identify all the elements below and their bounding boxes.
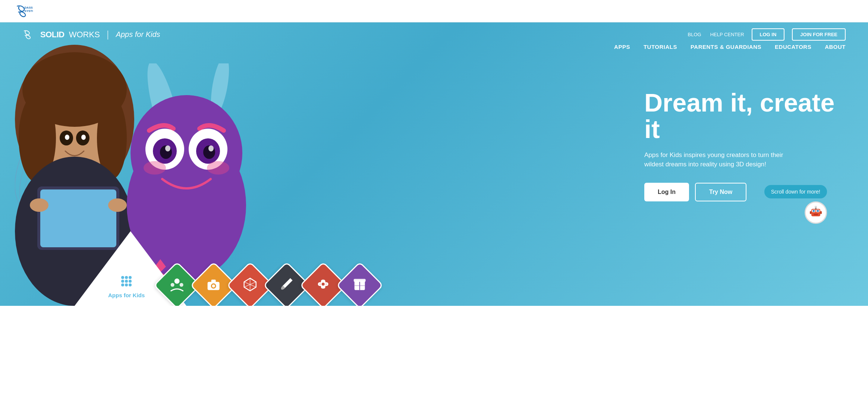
nav-bottom-row: APPS TUTORIALS PARENTS & GUARDIANS EDUCA… xyxy=(0,41,868,50)
svg-point-16 xyxy=(81,135,86,140)
apps-for-kids-label: Apps for Kids xyxy=(108,274,145,298)
robot-icon xyxy=(805,201,827,224)
nav-top-links: BLOG HELP CENTER xyxy=(688,32,744,37)
svg-point-52 xyxy=(174,279,180,284)
svg-rect-38 xyxy=(814,214,818,215)
logo-solid: SOLID xyxy=(40,30,65,40)
nav-about[interactable]: ABOUT xyxy=(825,44,846,50)
nav-parents[interactable]: PARENTS & GUARDIANS xyxy=(691,44,761,50)
nav-top-row: SOLIDWORKS | Apps for Kids BLOG HELP CEN… xyxy=(0,22,868,41)
svg-point-32 xyxy=(207,161,229,175)
svg-rect-58 xyxy=(211,280,216,283)
svg-rect-37 xyxy=(817,210,819,212)
svg-rect-69 xyxy=(354,279,366,282)
svg-point-50 xyxy=(125,283,128,286)
svg-point-40 xyxy=(815,206,817,208)
logo-pipe: | xyxy=(107,29,109,40)
hero-content: Dream it, create it Apps for Kids inspir… xyxy=(644,90,838,201)
svg-point-45 xyxy=(129,276,132,279)
svg-point-43 xyxy=(121,276,124,279)
apps-grid-icon xyxy=(108,274,145,291)
svg-point-31 xyxy=(144,161,166,175)
svg-point-15 xyxy=(65,135,69,140)
apps-for-kids-text: Apps for Kids xyxy=(108,292,145,298)
svg-point-11 xyxy=(30,198,48,212)
hero-subtitle: Apps for Kids inspires young creators to… xyxy=(644,150,801,169)
svg-point-49 xyxy=(121,283,124,286)
top-bar: DASSAULT SYSTÈMES xyxy=(0,0,868,22)
ds-logo[interactable]: DASSAULT SYSTÈMES xyxy=(15,4,33,19)
svg-point-51 xyxy=(129,283,132,286)
join-button[interactable]: JOIN FOR FREE xyxy=(792,28,846,41)
svg-point-30 xyxy=(208,145,214,151)
svg-point-54 xyxy=(180,283,183,287)
scroll-down-badge[interactable]: Scroll down for more! xyxy=(764,185,827,224)
svg-point-48 xyxy=(129,280,132,283)
svg-text:DASSAULT: DASSAULT xyxy=(25,6,33,9)
nav-apps[interactable]: APPS xyxy=(614,44,630,50)
logo-tagline: Apps for Kids xyxy=(116,30,160,39)
logo-works: WORKS xyxy=(69,30,100,40)
nav-top-actions: BLOG HELP CENTER LOG IN JOIN FOR FREE xyxy=(688,28,846,41)
svg-point-44 xyxy=(125,276,128,279)
hero-try-button[interactable]: Try Now xyxy=(695,183,746,201)
hero-section: SOLIDWORKS | Apps for Kids BLOG HELP CEN… xyxy=(0,22,868,306)
nav-tutorials[interactable]: TUTORIALS xyxy=(644,44,677,50)
svg-rect-41 xyxy=(810,211,811,214)
nav-educators[interactable]: EDUCATORS xyxy=(775,44,811,50)
diamond-icons xyxy=(160,269,377,302)
svg-rect-42 xyxy=(820,211,822,214)
hero-title: Dream it, create it xyxy=(644,90,838,143)
hero-login-button[interactable]: Log In xyxy=(644,183,689,201)
login-button[interactable]: LOG IN xyxy=(752,28,785,41)
svg-rect-36 xyxy=(813,210,815,212)
svg-text:SYSTÈMES: SYSTÈMES xyxy=(25,9,33,13)
svg-point-46 xyxy=(121,280,124,283)
nav-blog[interactable]: BLOG xyxy=(688,32,701,37)
app-icon-package[interactable] xyxy=(336,261,383,306)
nav-help[interactable]: HELP CENTER xyxy=(710,32,744,37)
svg-point-47 xyxy=(125,280,128,283)
svg-point-29 xyxy=(165,145,170,151)
svg-point-53 xyxy=(171,283,174,287)
hero-logo[interactable]: SOLIDWORKS | Apps for Kids xyxy=(22,29,160,40)
scroll-bubble: Scroll down for more! xyxy=(764,185,827,198)
